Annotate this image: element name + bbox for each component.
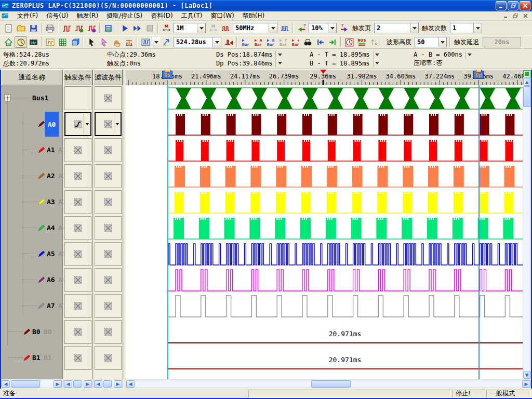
trigger-cell-B0[interactable] xyxy=(64,320,91,344)
filter-panel-scrollbar-thumb[interactable] xyxy=(103,380,112,388)
channel-label-A3[interactable]: A3 xyxy=(47,198,55,206)
channel-row-A3[interactable]: A3A3 xyxy=(1,189,63,215)
channel-row-A4[interactable]: A4A4 xyxy=(1,215,63,241)
menu-item-1[interactable]: 信号(U) xyxy=(42,11,72,21)
repeated-acquisition-icon[interactable] xyxy=(131,22,143,34)
dp-marker-icon[interactable]: Dp xyxy=(473,71,484,79)
wave-scroll-left-arrow[interactable]: ◀ xyxy=(126,380,135,388)
name-panel-scrollbar-track[interactable] xyxy=(10,380,54,388)
trigger-cell-Bus1[interactable] xyxy=(64,86,91,110)
channel-row-A1[interactable]: A1A1 xyxy=(1,137,63,163)
menu-item-2[interactable]: 触发(R) xyxy=(72,11,102,21)
trigger-count-combo[interactable]: 1 xyxy=(450,23,482,33)
frequency-icon[interactable]: Hz xyxy=(27,36,39,48)
restore-button[interactable] xyxy=(508,1,518,10)
wave-height-combo[interactable]: 50 xyxy=(415,37,447,47)
channel-row-A6[interactable]: A6A6 xyxy=(1,267,63,293)
trigger-panel-scrollbar-track[interactable] xyxy=(72,380,84,388)
name-panel-scrollbar-left-arrow[interactable]: ◀ xyxy=(2,380,10,388)
trigger-page-combo[interactable]: 2 xyxy=(374,23,419,33)
fullscreen-mini-button[interactable] xyxy=(523,70,530,77)
channel-row-B1[interactable]: B1B1 xyxy=(1,345,63,371)
trigger-count-combo-dropdown[interactable] xyxy=(473,23,482,33)
dp-marker-line[interactable] xyxy=(478,85,480,379)
mdi-minimize-button[interactable] xyxy=(501,12,510,20)
channel-label-Bus1[interactable]: Bus1 xyxy=(32,94,48,102)
pen-icon-A1[interactable] xyxy=(37,146,45,154)
filter-cell-A6[interactable] xyxy=(95,268,122,292)
time-per-div-combo-dropdown[interactable] xyxy=(212,37,221,47)
sample-freq-blue-icon[interactable] xyxy=(278,22,291,34)
ds-marker-line[interactable] xyxy=(167,85,168,379)
sample-frequency-combo-dropdown[interactable] xyxy=(269,23,277,33)
time-per-div-combo[interactable]: 524.28us xyxy=(174,37,221,47)
bus-setting-icon[interactable]: BUS xyxy=(355,36,368,48)
trigger-panel-scrollbar[interactable]: ◀▶ xyxy=(63,380,92,388)
hand-tool-icon[interactable] xyxy=(110,36,123,48)
trigger-content-icon[interactable] xyxy=(85,22,98,34)
close-button[interactable] xyxy=(520,1,530,10)
waveform-hscrollbar[interactable]: ◀▶ xyxy=(126,380,531,388)
channel-row-A2[interactable]: A2A2 xyxy=(1,163,63,189)
pen-icon-A6[interactable] xyxy=(37,276,45,284)
filter-panel-scrollbar-left-arrow[interactable]: ◀ xyxy=(94,380,102,388)
wave-scroll-right-arrow[interactable]: ▶ xyxy=(522,380,530,388)
name-panel-scrollbar[interactable]: ◀▶ xyxy=(1,380,62,388)
filter-cell-B1[interactable] xyxy=(95,346,122,370)
pen-icon-A3[interactable] xyxy=(37,198,45,206)
a-bar-icon[interactable]: ABar xyxy=(251,36,264,48)
sampling-setup-icon[interactable] xyxy=(60,22,73,34)
timeline-ruler[interactable]: 18.875ms21.496ms24.117ms26.739ms29.36ms3… xyxy=(126,70,523,85)
pen-icon-A0[interactable] xyxy=(37,120,45,128)
trigger-cell-A4[interactable] xyxy=(64,216,91,240)
filter-dropdown-A0[interactable] xyxy=(114,114,120,135)
filter-cell-A4[interactable] xyxy=(95,216,122,240)
sample-freq-red-icon[interactable] xyxy=(219,22,232,34)
trigger-dropdown-A0[interactable] xyxy=(84,114,90,135)
sample-frequency-combo[interactable]: 50MHz xyxy=(233,23,277,33)
b-bar-icon[interactable]: BBar xyxy=(264,36,276,48)
channel-label-A2[interactable]: A2 xyxy=(47,172,55,180)
channel-label-A7[interactable]: A7 xyxy=(47,302,55,310)
info-dropdown-3-bottom[interactable] xyxy=(373,59,381,67)
pen-icon-B0[interactable] xyxy=(23,328,31,336)
filter-cell-A3[interactable] xyxy=(95,190,122,214)
scroll-down-button[interactable]: ▼ xyxy=(523,371,530,379)
print-icon[interactable] xyxy=(44,22,56,34)
waveform-canvas[interactable]: 20.971ms20.971ms xyxy=(126,85,523,379)
listing-window-icon[interactable] xyxy=(56,36,69,48)
filter-cell-A1[interactable] xyxy=(95,138,122,162)
info-dropdown-3-top[interactable] xyxy=(373,51,381,59)
channel-label-B0[interactable]: B0 xyxy=(32,328,41,336)
wave-scroll-track[interactable] xyxy=(135,380,522,388)
t-bar-icon[interactable]: TBar xyxy=(276,36,289,48)
goto-end-icon[interactable] xyxy=(326,36,339,48)
filter-panel-scrollbar[interactable]: ◀▶ xyxy=(94,380,123,388)
menu-item-5[interactable]: 工具(T) xyxy=(177,11,207,21)
menu-item-0[interactable]: 文件(F) xyxy=(13,11,42,21)
goto-trigger-icon[interactable] xyxy=(222,36,235,48)
updown-gray-icon[interactable] xyxy=(368,36,380,48)
find-icon[interactable] xyxy=(301,36,314,48)
vertical-scrollbar[interactable]: ▲ ▼ xyxy=(523,70,531,379)
selected-channel-highlight[interactable]: A0 xyxy=(45,112,59,137)
statistics-icon[interactable] xyxy=(123,36,135,48)
trigger-cell-A1[interactable] xyxy=(64,138,91,162)
trigger-page-combo-dropdown[interactable] xyxy=(410,23,418,33)
channel-label-A1[interactable]: A1 xyxy=(47,146,55,154)
stop-acquisition-icon[interactable] xyxy=(143,22,156,34)
clock-setting-icon[interactable] xyxy=(343,36,355,48)
wave-scroll-thumb[interactable] xyxy=(311,380,351,388)
scroll-up-button[interactable]: ▲ xyxy=(523,78,530,86)
memory-depth-icon[interactable]: M xyxy=(160,22,172,34)
menu-item-7[interactable]: 帮助(H) xyxy=(238,11,269,21)
pen-icon-A5[interactable] xyxy=(37,250,45,258)
trigger-cell-A7[interactable] xyxy=(64,294,91,318)
filter-cell-A0[interactable] xyxy=(95,112,122,136)
filter-cell-A7[interactable] xyxy=(95,294,122,318)
zoom-fit-icon[interactable] xyxy=(160,36,172,48)
menu-item-3[interactable]: 摄取/停止(S) xyxy=(102,11,147,21)
pen-icon-A4[interactable] xyxy=(37,224,45,232)
filter-panel-scrollbar-right-arrow[interactable]: ▶ xyxy=(114,380,122,388)
pen-icon-A7[interactable] xyxy=(37,302,45,310)
